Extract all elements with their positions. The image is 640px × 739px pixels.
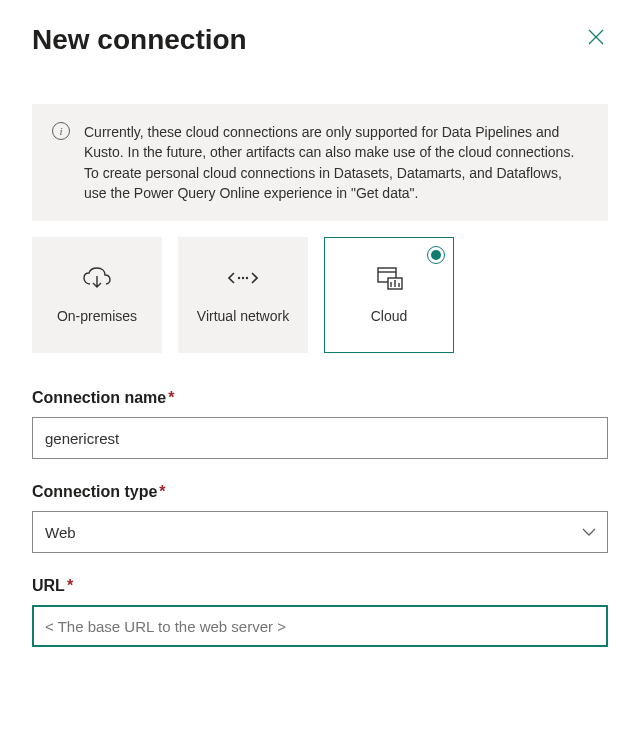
card-cloud[interactable]: Cloud	[324, 237, 454, 353]
svg-point-1	[242, 277, 244, 279]
selected-indicator-icon	[427, 246, 445, 264]
card-virtual-network[interactable]: Virtual network	[178, 237, 308, 353]
card-label: Cloud	[371, 307, 408, 325]
connection-type-select[interactable]: Web	[32, 511, 608, 553]
close-icon	[588, 29, 604, 45]
close-button[interactable]	[584, 24, 608, 52]
connection-type-value: Web	[45, 524, 76, 541]
info-icon: i	[52, 122, 70, 140]
connection-type-label: Connection type*	[32, 483, 608, 501]
cloud-data-icon	[374, 265, 404, 291]
required-asterisk: *	[67, 577, 73, 594]
info-banner: i Currently, these cloud connections are…	[32, 104, 608, 221]
network-icon	[228, 265, 258, 291]
connection-kind-cards: On-premises Virtual network Cloud	[32, 237, 608, 353]
svg-point-0	[238, 277, 240, 279]
url-input[interactable]	[32, 605, 608, 647]
cloud-download-icon	[82, 265, 112, 291]
field-connection-name: Connection name*	[32, 389, 608, 459]
required-asterisk: *	[159, 483, 165, 500]
field-connection-type: Connection type* Web	[32, 483, 608, 553]
svg-point-2	[246, 277, 248, 279]
connection-name-label: Connection name*	[32, 389, 608, 407]
card-on-premises[interactable]: On-premises	[32, 237, 162, 353]
page-title: New connection	[32, 24, 247, 56]
field-url: URL*	[32, 577, 608, 647]
info-text: Currently, these cloud connections are o…	[84, 122, 588, 203]
url-label: URL*	[32, 577, 608, 595]
card-label: Virtual network	[197, 307, 289, 325]
required-asterisk: *	[168, 389, 174, 406]
card-label: On-premises	[57, 307, 137, 325]
connection-name-input[interactable]	[32, 417, 608, 459]
